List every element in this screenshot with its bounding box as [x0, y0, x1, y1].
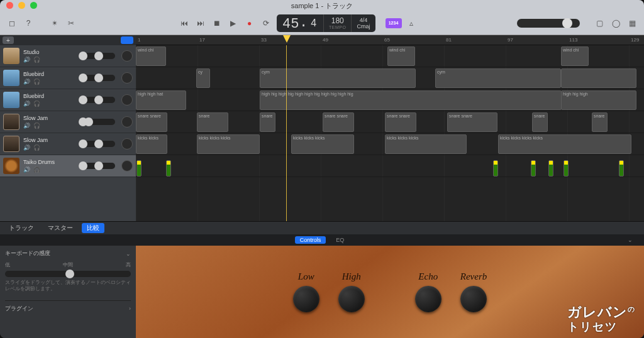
track-header[interactable]: Bluebird 🔊 🎧 [0, 89, 136, 111]
region[interactable] [619, 160, 624, 177]
track-header[interactable]: Studio 🔊 🎧 [0, 45, 136, 67]
mute-icon[interactable]: 🔊 [23, 144, 31, 151]
rewind-icon[interactable]: ⏮ [177, 18, 191, 29]
mute-icon[interactable]: 🔊 [23, 101, 31, 107]
tab-compare[interactable]: 比較 [82, 223, 104, 233]
solo-icon[interactable]: 🎧 [33, 101, 41, 107]
track-lane[interactable]: high high hathigh hig high hig high high… [136, 89, 644, 111]
track-header[interactable]: Slow Jam 🔊 🎧 [0, 133, 136, 155]
region[interactable]: kicks kicks [136, 134, 167, 154]
track-lane[interactable]: kicks kickskicks kicks kickskicks kicks … [136, 133, 644, 155]
count-in-icon[interactable]: 1234 [386, 18, 402, 28]
region[interactable]: snare [532, 112, 548, 132]
solo-icon[interactable]: 🎧 [33, 79, 41, 85]
reverb-knob[interactable] [460, 286, 487, 312]
region[interactable] [166, 160, 171, 177]
media-icon[interactable]: ▦ [625, 18, 639, 29]
record-icon[interactable]: ● [243, 18, 257, 29]
region[interactable]: wind chi [387, 46, 415, 66]
region[interactable]: snare snare [385, 112, 416, 132]
region[interactable]: high high hat [136, 90, 186, 110]
solo-icon[interactable]: 🎧 [33, 166, 41, 173]
window-close-icon[interactable] [6, 2, 13, 9]
chevron-right-icon[interactable]: › [129, 305, 131, 312]
track-volume-slider[interactable] [79, 75, 115, 81]
region[interactable]: cym [435, 68, 561, 88]
timeline-ruler[interactable]: 1173349658197113129145161 [136, 35, 644, 45]
track-volume-slider[interactable] [79, 119, 115, 125]
track-volume-slider[interactable] [79, 53, 115, 59]
region[interactable]: wind chi [561, 46, 589, 66]
tab-controls[interactable]: Controls [295, 236, 326, 244]
high-knob[interactable] [338, 286, 365, 312]
solo-icon[interactable]: 🎧 [33, 123, 41, 129]
mute-icon[interactable]: 🔊 [23, 79, 31, 85]
track-lane[interactable]: wind chiwind chiwind chi [136, 45, 644, 67]
notepad-icon[interactable]: ▢ [592, 18, 606, 29]
track-pan-knob[interactable] [121, 94, 133, 106]
solo-icon[interactable]: 🎧 [33, 57, 41, 63]
track-pan-knob[interactable] [121, 116, 133, 128]
track-pan-knob[interactable] [121, 72, 133, 84]
region[interactable]: snare snare [136, 112, 167, 132]
region[interactable] [493, 160, 498, 177]
solo-icon[interactable]: 🎧 [33, 144, 41, 151]
quickhelp-icon[interactable]: ? [21, 18, 35, 29]
add-track-button[interactable]: + [3, 36, 14, 44]
region[interactable]: snare [197, 112, 228, 132]
velocity-slider[interactable] [5, 271, 131, 277]
region[interactable]: snare [260, 112, 275, 132]
track-header[interactable]: Slow Jam 🔊 🎧 [0, 111, 136, 133]
collapse-icon[interactable]: ⌄ [623, 236, 638, 244]
region[interactable]: cy [196, 68, 210, 88]
low-knob[interactable] [293, 286, 319, 312]
track-header[interactable]: Bluebird 🔊 🎧 [0, 67, 136, 89]
region[interactable] [561, 68, 636, 88]
region[interactable] [548, 160, 553, 177]
track-volume-slider[interactable] [79, 97, 115, 103]
metronome-icon[interactable]: ▵ [404, 18, 418, 29]
timeline-area[interactable]: 1173349658197113129145161 wind chiwind c… [136, 35, 644, 221]
mute-icon[interactable]: 🔊 [23, 57, 31, 63]
track-lane[interactable]: cycymcym [136, 67, 644, 89]
track-pan-knob[interactable] [121, 50, 133, 62]
library-icon[interactable]: ◻ [5, 18, 19, 29]
region[interactable]: snare [592, 112, 608, 132]
tab-master[interactable]: マスター [43, 223, 78, 233]
track-lane[interactable] [136, 155, 644, 177]
region[interactable] [136, 160, 142, 177]
tab-eq[interactable]: EQ [331, 236, 349, 244]
scissors-icon[interactable]: ✂ [64, 18, 78, 29]
region[interactable]: snare snare [323, 112, 354, 132]
region[interactable] [531, 160, 536, 177]
track-volume-slider[interactable] [79, 141, 115, 147]
region[interactable]: wind chi [136, 46, 166, 66]
smart-controls-icon[interactable]: ✴ [48, 18, 62, 29]
mute-icon[interactable]: 🔊 [23, 166, 31, 173]
window-minimize-icon[interactable] [18, 2, 25, 9]
stop-icon[interactable]: ⏹ [210, 18, 224, 29]
loops-icon[interactable]: ◯ [609, 18, 623, 29]
region[interactable]: high hig high [561, 90, 636, 110]
chevron-down-icon[interactable]: ⌄ [126, 251, 131, 257]
lcd-display[interactable]: 45.4 180TEMPO 4/4Cmaj [277, 14, 375, 32]
track-pan-knob[interactable] [121, 138, 133, 150]
region[interactable]: kicks kicks kicks [197, 134, 260, 154]
master-volume-slider[interactable] [517, 19, 580, 28]
region[interactable]: cym [260, 68, 416, 88]
region[interactable]: kicks kicks kicks kicks [498, 134, 631, 154]
play-icon[interactable]: ▶ [226, 18, 240, 29]
region[interactable]: high hig high hig high high hig high hig… [260, 90, 562, 110]
track-lane[interactable]: snare snaresnaresnaresnare snaresnare sn… [136, 111, 644, 133]
region[interactable] [564, 160, 569, 177]
region[interactable]: snare snare [447, 112, 497, 132]
forward-icon[interactable]: ⏭ [194, 18, 208, 29]
tab-track[interactable]: トラック [4, 223, 39, 233]
mute-icon[interactable]: 🔊 [23, 123, 31, 129]
region[interactable]: kicks kicks kicks [291, 134, 354, 154]
region[interactable]: kicks kicks kicks [385, 134, 467, 154]
track-pan-knob[interactable] [121, 160, 133, 172]
echo-knob[interactable] [415, 286, 441, 312]
window-zoom-icon[interactable] [30, 2, 37, 9]
track-volume-slider[interactable] [79, 163, 115, 169]
